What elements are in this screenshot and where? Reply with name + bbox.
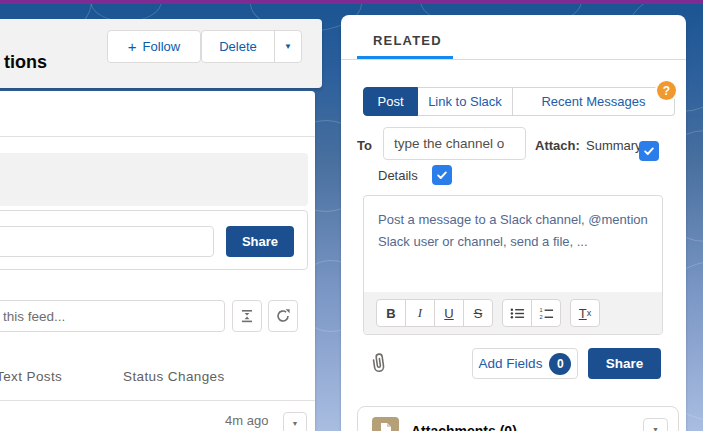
- slack-channel-input[interactable]: [383, 127, 526, 160]
- delete-button-group: Delete ▼: [201, 30, 302, 63]
- attachments-dropdown-button[interactable]: ▼: [643, 418, 668, 431]
- summary-label: Summary: [586, 138, 642, 153]
- feed-divider: [0, 136, 315, 137]
- feed-share-button[interactable]: Share: [226, 226, 294, 257]
- follow-button[interactable]: + Follow: [107, 30, 201, 63]
- slack-share-button[interactable]: Share: [588, 348, 661, 379]
- follow-label: Follow: [143, 39, 181, 54]
- collapse-posts-button[interactable]: [232, 300, 262, 332]
- tab-related[interactable]: RELATED: [373, 33, 442, 48]
- record-name: tions: [4, 52, 47, 73]
- bold-button[interactable]: B: [376, 299, 406, 327]
- italic-button[interactable]: I: [405, 299, 435, 327]
- add-fields-count-badge: 0: [549, 353, 571, 375]
- text-style-group: B I U S: [376, 299, 493, 327]
- svg-text:1: 1: [539, 307, 542, 313]
- post-timestamp: 4m ago: [225, 413, 268, 428]
- feed-filter-text-posts[interactable]: Text Posts: [0, 369, 62, 384]
- slack-tab-group: Post Link to Slack Recent Messages: [363, 87, 675, 116]
- collapse-icon: [240, 309, 254, 323]
- delete-dropdown-button[interactable]: ▼: [274, 31, 301, 62]
- bullet-list-button[interactable]: [502, 299, 532, 327]
- check-icon: [643, 145, 655, 157]
- refresh-feed-button[interactable]: [268, 300, 298, 332]
- feed-panel: Share Text Posts Status Changes 4m ago ▼: [0, 91, 315, 431]
- check-icon: [436, 169, 448, 181]
- to-label: To: [357, 138, 372, 153]
- chevron-down-icon: ▼: [652, 426, 659, 431]
- clear-format-t: T: [579, 306, 587, 321]
- feed-search-input[interactable]: [0, 300, 225, 332]
- help-badge[interactable]: ?: [657, 81, 676, 100]
- tab-recent-messages[interactable]: Recent Messages: [513, 87, 675, 116]
- add-fields-button[interactable]: Add Fields 0: [472, 348, 578, 379]
- publisher-input[interactable]: [0, 226, 214, 257]
- publisher-box: Share: [0, 210, 308, 270]
- attachments-card: Attachments (0) ▼: [357, 406, 679, 431]
- list-group: 1 2: [502, 299, 561, 327]
- details-checkbox[interactable]: [432, 165, 452, 185]
- delete-button[interactable]: Delete: [202, 31, 274, 62]
- attach-label: Attach:: [535, 138, 580, 153]
- tab-post[interactable]: Post: [363, 87, 418, 116]
- message-composer[interactable]: Post a message to a Slack channel, @ment…: [363, 195, 663, 335]
- bullet-list-icon: [510, 307, 525, 320]
- chevron-down-icon: ▼: [284, 42, 292, 51]
- numbered-list-icon: 1 2: [539, 307, 554, 320]
- clear-format-x: x: [587, 308, 592, 318]
- chevron-down-icon: ▼: [292, 420, 299, 427]
- clear-format-group: Tx: [570, 299, 600, 327]
- strikethrough-button[interactable]: S: [463, 299, 493, 327]
- attach-file-button[interactable]: [367, 351, 387, 379]
- publisher-toolbar-area: [0, 153, 308, 206]
- attachments-title: Attachments (0): [411, 423, 517, 431]
- details-label: Details: [378, 168, 418, 183]
- refresh-icon: [275, 308, 291, 324]
- top-accent-bar: [0, 0, 703, 4]
- add-fields-label: Add Fields: [479, 356, 543, 371]
- numbered-list-button[interactable]: 1 2: [531, 299, 561, 327]
- paperclip-icon: [365, 350, 388, 377]
- tab-link-to-slack[interactable]: Link to Slack: [418, 87, 513, 116]
- related-panel: RELATED Post Link to Slack Recent Messag…: [341, 15, 686, 431]
- formatting-toolbar: B I U S 1: [364, 292, 662, 334]
- related-tab-divider: [341, 59, 686, 60]
- file-icon: [379, 422, 393, 431]
- app-canvas: tions + Follow Delete ▼ Share: [0, 0, 703, 431]
- feed-filter-status-changes[interactable]: Status Changes: [123, 369, 225, 384]
- message-placeholder: Post a message to a Slack channel, @ment…: [378, 209, 656, 253]
- summary-checkbox[interactable]: [639, 141, 659, 161]
- svg-text:2: 2: [539, 314, 542, 320]
- record-header-card: tions + Follow Delete ▼: [0, 19, 322, 88]
- attachments-icon: [372, 417, 399, 431]
- feed-divider: [0, 400, 315, 401]
- post-actions-dropdown[interactable]: ▼: [283, 412, 307, 431]
- remove-formatting-button[interactable]: Tx: [570, 299, 600, 327]
- plus-icon: +: [128, 39, 137, 54]
- underline-button[interactable]: U: [434, 299, 464, 327]
